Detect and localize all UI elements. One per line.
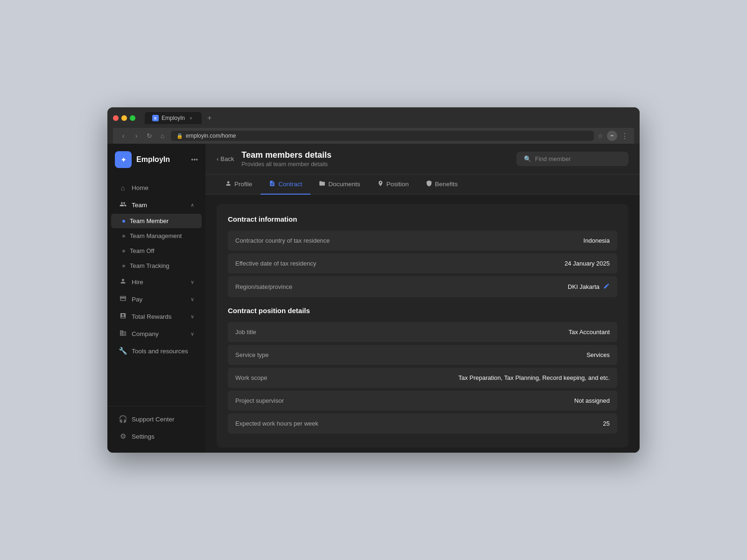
minimize-window-button[interactable] — [121, 115, 127, 121]
info-row-service-type: Service type Services — [228, 345, 617, 365]
info-value: Indonesia — [584, 237, 610, 244]
team-off-label: Team Off — [130, 247, 155, 254]
total-rewards-icon — [119, 312, 127, 321]
address-bar: ‹ › ↻ ⌂ 🔒 employin.com/home ☆ •• ⋮ — [113, 128, 634, 144]
support-icon: 🎧 — [119, 415, 127, 423]
header-title-block: Team members details Provides all team m… — [241, 150, 331, 168]
sub-dot-icon — [122, 250, 125, 252]
browser-tab[interactable]: E EmployIn × — [145, 112, 202, 124]
url-text: employin.com/home — [186, 133, 236, 139]
position-tab-label: Position — [387, 181, 409, 188]
sidebar-logo: ✦ EmployIn ••• — [107, 144, 205, 175]
sidebar-item-home[interactable]: ⌂ Home — [111, 180, 202, 196]
back-button[interactable]: ‹ Back — [217, 155, 234, 162]
sidebar-item-settings[interactable]: ⚙ Settings — [111, 428, 202, 445]
tab-profile[interactable]: Profile — [217, 175, 261, 195]
section2-divider: Contract position details — [228, 307, 617, 315]
tab-navigation: Profile Contract Documents — [205, 175, 640, 195]
tab-contract[interactable]: Contract — [261, 175, 310, 195]
company-chevron-icon: ∨ — [190, 331, 194, 337]
contract-tab-icon — [269, 180, 275, 188]
team-icon — [119, 201, 127, 209]
forward-nav-button[interactable]: › — [132, 132, 141, 140]
sidebar-item-team-tracking[interactable]: Team Tracking — [111, 259, 202, 273]
benefits-tab-icon — [426, 180, 432, 188]
info-label: Region/sate/province — [235, 283, 292, 290]
page-subtitle: Provides all team member details — [241, 161, 331, 168]
sidebar-item-company[interactable]: Company ∨ — [111, 325, 202, 342]
info-value: 24 January 2025 — [564, 260, 610, 267]
traffic-lights — [113, 115, 135, 121]
tab-favicon: E — [152, 115, 159, 121]
info-value: 25 — [603, 420, 610, 427]
back-chevron-icon: ‹ — [217, 155, 218, 162]
settings-icon: ⚙ — [119, 432, 127, 441]
info-value: Not assigned — [574, 397, 610, 404]
sidebar: ✦ EmployIn ••• ⌂ Home Team ∧ — [107, 144, 205, 453]
tab-documents[interactable]: Documents — [310, 175, 368, 195]
info-label: Project supervisor — [235, 397, 284, 404]
sidebar-item-team-member[interactable]: Team Member — [111, 214, 202, 228]
bookmark-icon[interactable]: ☆ — [598, 133, 603, 140]
browser-chrome: E EmployIn × + ‹ › ↻ ⌂ 🔒 employin.com/ho… — [107, 107, 640, 144]
sidebar-bottom: 🎧 Support Center ⚙ Settings — [107, 406, 205, 453]
sidebar-item-team[interactable]: Team ∧ — [111, 196, 202, 213]
company-label: Company — [132, 330, 159, 337]
sub-dot-icon — [122, 265, 125, 267]
sidebar-item-pay[interactable]: Pay ∨ — [111, 291, 202, 308]
total-rewards-label: Total Rewards — [132, 313, 172, 320]
sidebar-item-team-management[interactable]: Team Management — [111, 229, 202, 243]
edit-region-button[interactable] — [603, 283, 610, 291]
info-label: Expected work hours per week — [235, 420, 318, 427]
settings-label: Settings — [132, 433, 155, 440]
tab-bar: E EmployIn × + — [145, 112, 215, 124]
benefits-tab-label: Benefits — [435, 181, 458, 188]
lock-icon: 🔒 — [176, 133, 183, 139]
profile-tab-label: Profile — [234, 181, 252, 188]
tab-close-button[interactable]: × — [188, 115, 194, 121]
browser-profile-avatar[interactable]: •• — [607, 131, 617, 141]
info-row-work-scope: Work scope Tax Preparation, Tax Planning… — [228, 368, 617, 388]
back-nav-button[interactable]: ‹ — [119, 132, 128, 140]
info-row-job-title: Job title Tax Accountant — [228, 322, 617, 342]
search-box[interactable]: 🔍 Find member — [516, 152, 628, 166]
reload-button[interactable]: ↻ — [145, 132, 154, 140]
info-row-tax-country: Contractor country of tax residence Indo… — [228, 231, 617, 251]
sidebar-item-hire[interactable]: Hire ∨ — [111, 273, 202, 290]
sidebar-item-total-rewards[interactable]: Total Rewards ∨ — [111, 308, 202, 325]
section2-title: Contract position details — [228, 307, 617, 315]
content-header: ‹ Back Team members details Provides all… — [205, 144, 640, 175]
info-label: Work scope — [235, 374, 267, 381]
tab-benefits[interactable]: Benefits — [417, 175, 466, 195]
section1-title: Contract information — [228, 215, 617, 223]
tools-label: Tools and resources — [132, 348, 188, 355]
hire-label: Hire — [132, 279, 143, 286]
info-row-effective-date: Effective date of tax residency 24 Janua… — [228, 253, 617, 273]
hire-icon — [119, 278, 127, 286]
sidebar-item-team-off[interactable]: Team Off — [111, 244, 202, 258]
close-window-button[interactable] — [113, 115, 119, 121]
team-label: Team — [132, 202, 147, 209]
sidebar-item-label: Home — [132, 184, 148, 191]
sidebar-item-tools[interactable]: 🔧 Tools and resources — [111, 343, 202, 359]
home-button[interactable]: ⌂ — [158, 132, 167, 140]
back-label: Back — [220, 155, 234, 162]
tools-icon: 🔧 — [119, 347, 127, 355]
hire-chevron-icon: ∨ — [190, 279, 194, 285]
browser-menu-button[interactable]: ⋮ — [621, 132, 628, 140]
support-label: Support Center — [132, 416, 175, 423]
maximize-window-button[interactable] — [130, 115, 135, 121]
new-tab-button[interactable]: + — [204, 114, 215, 122]
contract-content: Contract information Contractor country … — [205, 195, 640, 453]
contract-tab-label: Contract — [278, 181, 302, 188]
header-left: ‹ Back Team members details Provides all… — [217, 150, 331, 168]
tab-position[interactable]: Position — [369, 175, 417, 195]
sidebar-more-button[interactable]: ••• — [191, 156, 198, 163]
pay-icon — [119, 295, 127, 303]
sidebar-item-support[interactable]: 🎧 Support Center — [111, 411, 202, 427]
company-icon — [119, 329, 127, 338]
documents-tab-icon — [319, 180, 325, 188]
titlebar: E EmployIn × + — [113, 112, 634, 124]
address-field[interactable]: 🔒 employin.com/home — [171, 131, 594, 141]
contract-card: Contract information Contractor country … — [217, 204, 628, 448]
